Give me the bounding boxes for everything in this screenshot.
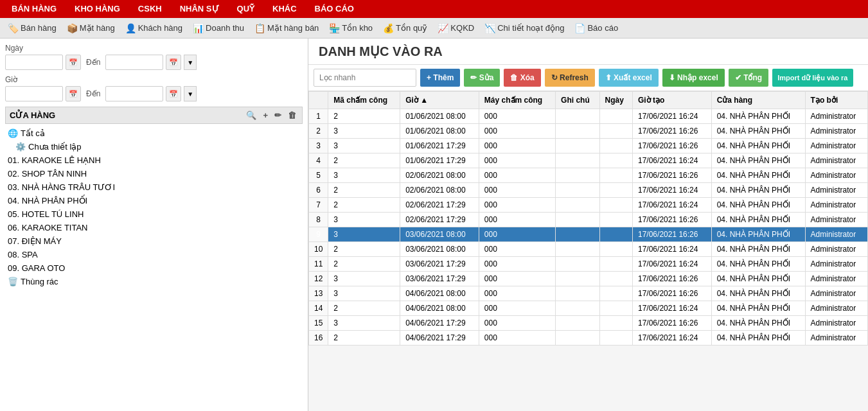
tree-item[interactable]: 03. NHÀ HÀNG TRÂU TƯƠI (5, 180, 303, 194)
toolbar-btn-khách-hàng[interactable]: 👤Khách hàng (121, 22, 186, 35)
cell-cua-hang: 04. NHÀ PHÂN PHỐI (711, 109, 805, 124)
tong-button[interactable]: ✔ Tổng (729, 69, 768, 87)
toolbar-btn-tồn-quỹ[interactable]: 💰Tồn quỹ (379, 22, 431, 35)
nav-item-quỹ[interactable]: QUỸ (228, 0, 264, 18)
edit-icon[interactable]: ✏ (272, 110, 283, 121)
col-may-cham-cong[interactable]: Máy chấm công (479, 92, 555, 109)
cell-gio: 03/06/2021 08:00 (400, 242, 479, 257)
table-row[interactable]: 10 2 03/06/2021 08:00 000 17/06/2021 16:… (309, 242, 868, 257)
table-row[interactable]: 7 2 02/06/2021 17:29 000 17/06/2021 16:2… (309, 198, 868, 213)
col-ngay[interactable]: Ngày (599, 92, 632, 109)
delete-icon[interactable]: 🗑 (286, 110, 298, 121)
nav-item-khác[interactable]: KHÁC (263, 0, 306, 18)
right-panel: DANH MỤC VÀO RA + Thêm ✏ Sửa 🗑 Xóa ↻ Ref… (308, 39, 868, 411)
col-gio[interactable]: Giờ ▲ (400, 92, 479, 109)
toolbar-btn-bán-hàng[interactable]: 🏷️Bán hàng (4, 22, 60, 35)
cell-ngay (599, 213, 632, 227)
cell-ngay (599, 242, 632, 257)
add-icon[interactable]: + (261, 110, 270, 121)
tree-item[interactable]: 05. HOTEL TÚ LINH (5, 207, 303, 221)
xoa-button[interactable]: 🗑 Xóa (504, 69, 540, 87)
table-row[interactable]: 8 3 02/06/2021 17:29 000 17/06/2021 16:2… (309, 213, 868, 227)
gio-to-input[interactable] (105, 86, 163, 101)
cell-ngay (599, 227, 632, 242)
gio-from-calendar-btn[interactable]: 📅 (66, 86, 81, 101)
cell-ngay (599, 139, 632, 153)
col-cua-hang[interactable]: Cửa hàng (711, 92, 805, 109)
tree-item[interactable]: 06. KARAOKE TITAN (5, 221, 303, 234)
cell-may: 000 (479, 257, 555, 272)
ngay-to-input[interactable] (105, 55, 163, 70)
cell-cua-hang: 04. NHÀ PHÂN PHỐI (711, 272, 805, 286)
col-tao-boi[interactable]: Tạo bởi (805, 92, 867, 109)
toolbar-btn-báo-cáo[interactable]: 📄Báo cáo (571, 22, 622, 35)
table-row[interactable]: 15 3 04/06/2021 17:29 000 17/06/2021 16:… (309, 316, 868, 331)
toolbar-btn-tồn-kho[interactable]: 🏪Tồn kho (325, 22, 376, 35)
cell-may: 000 (479, 139, 555, 153)
ngay-from-input[interactable] (5, 55, 63, 70)
tree-item[interactable]: 01. KARAOKE LÊ HẠNH (5, 153, 303, 167)
cell-may: 000 (479, 242, 555, 257)
tree-item[interactable]: 07. ĐIỆN MÁY (5, 234, 303, 248)
gio-dropdown-btn[interactable]: ▼ (184, 86, 197, 101)
sua-button[interactable]: ✏ Sửa (464, 69, 500, 87)
col-ghi-chu[interactable]: Ghi chú (556, 92, 599, 109)
tree-item[interactable]: 🗑️Thùng rác (5, 275, 303, 288)
cell-tao-boi: Administrator (805, 257, 867, 272)
toolbar-btn-kqkd[interactable]: 📈KQKD (434, 22, 478, 35)
table-row[interactable]: 11 2 03/06/2021 17:29 000 17/06/2021 16:… (309, 257, 868, 272)
tree-item[interactable]: 04. NHÀ PHÂN PHỐI (5, 194, 303, 207)
cell-tao-boi: Administrator (805, 301, 867, 316)
table-row[interactable]: 5 3 02/06/2021 08:00 000 17/06/2021 16:2… (309, 168, 868, 183)
col-ma-cham-cong[interactable]: Mã chấm công (328, 92, 400, 109)
xuat-excel-button[interactable]: ⬆ Xuất excel (599, 69, 659, 87)
search-input[interactable] (314, 69, 416, 87)
ngay-from-calendar-btn[interactable]: 📅 (66, 55, 81, 70)
table-row[interactable]: 9 3 03/06/2021 08:00 000 17/06/2021 16:2… (309, 227, 868, 242)
nav-item-kho-hàng[interactable]: KHO HÀNG (66, 0, 129, 18)
table-row[interactable]: 6 2 02/06/2021 08:00 000 17/06/2021 16:2… (309, 183, 868, 198)
import-button[interactable]: Import dữ liệu vào ra (772, 69, 853, 87)
cell-ngay (599, 331, 632, 345)
nav-item-nhân-sự[interactable]: NHÂN SỰ (171, 0, 228, 18)
cell-gio: 03/06/2021 17:29 (400, 272, 479, 286)
nav-item-báo-cáo[interactable]: BÁO CÁO (306, 0, 363, 18)
tree-item[interactable]: 09. GARA OTO (5, 261, 303, 275)
ngay-to-calendar-btn[interactable]: 📅 (166, 55, 181, 70)
table-row[interactable]: 2 3 01/06/2021 08:00 000 17/06/2021 16:2… (309, 124, 868, 139)
tree-item[interactable]: 08. SPA (5, 248, 303, 261)
cell-may: 000 (479, 301, 555, 316)
cell-ghi-chu (556, 153, 599, 168)
cell-gio: 01/06/2021 08:00 (400, 124, 479, 139)
nav-item-bán-hàng[interactable]: BÁN HÀNG (3, 0, 66, 18)
cell-tao-boi: Administrator (805, 198, 867, 213)
toolbar-btn-mặt-hàng-bán[interactable]: 📋Mặt hàng bán (251, 22, 323, 35)
search-icon[interactable]: 🔍 (244, 110, 258, 121)
tree-item[interactable]: 🌐Tất cả (5, 127, 303, 140)
cell-ma: 3 (328, 139, 400, 153)
table-row[interactable]: 13 3 04/06/2021 08:00 000 17/06/2021 16:… (309, 286, 868, 301)
ngay-dropdown-btn[interactable]: ▼ (184, 55, 197, 70)
tree-item[interactable]: ⚙️Chưa thiết lập (5, 140, 303, 153)
cua-hang-section: CỬA HÀNG 🔍 + ✏ 🗑 (5, 107, 303, 124)
tree-item[interactable]: 02. SHOP TÂN NINH (5, 167, 303, 180)
table-row[interactable]: 16 2 04/06/2021 17:29 000 17/06/2021 16:… (309, 331, 868, 345)
nhap-excel-button[interactable]: ⬇ Nhập excel (662, 69, 725, 87)
table-row[interactable]: 4 2 01/06/2021 17:29 000 17/06/2021 16:2… (309, 153, 868, 168)
col-gio-tao[interactable]: Giờ tạo (633, 92, 712, 109)
gio-from-input[interactable] (5, 86, 63, 101)
gio-to-calendar-btn[interactable]: 📅 (166, 86, 181, 101)
table-row[interactable]: 3 3 01/06/2021 17:29 000 17/06/2021 16:2… (309, 139, 868, 153)
cell-ma: 3 (328, 168, 400, 183)
refresh-button[interactable]: ↻ Refresh (545, 69, 595, 87)
table-row[interactable]: 14 2 04/06/2021 08:00 000 17/06/2021 16:… (309, 301, 868, 316)
toolbar-btn-chi-tiết-hoạt-động[interactable]: 📉Chi tiết hoạt động (481, 22, 568, 35)
table-row[interactable]: 1 2 01/06/2021 08:00 000 17/06/2021 16:2… (309, 109, 868, 124)
gio-label: Giờ (5, 75, 303, 84)
toolbar-btn-mặt-hàng[interactable]: 📦Mặt hàng (63, 22, 119, 35)
table-row[interactable]: 12 3 03/06/2021 17:29 000 17/06/2021 16:… (309, 272, 868, 286)
them-button[interactable]: + Thêm (420, 69, 460, 87)
cell-cua-hang: 04. NHÀ PHÂN PHỐI (711, 183, 805, 198)
toolbar-btn-doanh-thu[interactable]: 📊Doanh thu (189, 22, 248, 35)
nav-item-cskh[interactable]: CSKH (129, 0, 171, 18)
